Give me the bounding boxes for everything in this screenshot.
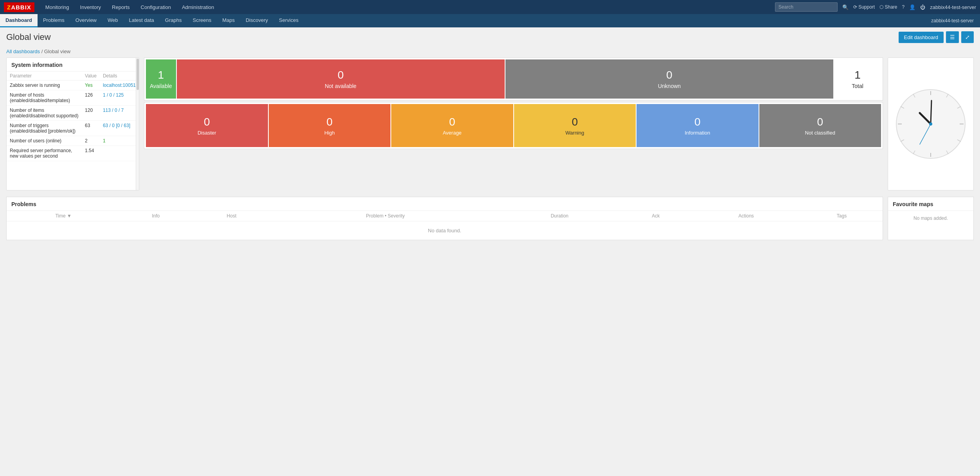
- breadcrumb-current: Global view: [44, 48, 70, 54]
- not-available-count: 0: [338, 69, 344, 81]
- high-count: 0: [326, 116, 333, 128]
- information-count: 0: [694, 116, 701, 128]
- not-available-cell[interactable]: 0 Not available: [177, 59, 505, 99]
- user-icon[interactable]: 👤: [909, 4, 915, 10]
- svg-point-16: [929, 122, 932, 126]
- header-actions: Edit dashboard ☰ ⤢: [899, 31, 974, 43]
- high-label: High: [324, 130, 335, 136]
- subnav-screens[interactable]: Screens: [187, 14, 217, 27]
- support-link[interactable]: ⟳ Support: [853, 4, 875, 10]
- subnav-overview[interactable]: Overview: [70, 14, 102, 27]
- table-row: Number of items (enabled/disabled/not su…: [7, 106, 139, 121]
- not-classified-label: Not classified: [805, 130, 835, 136]
- top-nav-right: 🔍 ⟳ Support ⬡ Share ? 👤 ⏻ zabbix44-test-…: [775, 2, 976, 12]
- information-cell[interactable]: 0 Information: [637, 104, 759, 147]
- severity-grid: 0 Disaster 0 High 0 Average 0 Warning 0: [146, 104, 881, 147]
- problems-title: Problems: [7, 197, 883, 211]
- col-value: Value: [82, 72, 100, 81]
- total-count: 1: [854, 69, 861, 81]
- average-label: Average: [443, 130, 462, 136]
- unknown-cell[interactable]: 0 Unknown: [505, 59, 833, 99]
- col-details: Details: [100, 72, 139, 81]
- average-cell[interactable]: 0 Average: [391, 104, 513, 147]
- problems-panel: Problems Time ▼ Info Host Problem • Seve…: [6, 197, 883, 240]
- server-name-sub: zabbix44-test-server: [931, 18, 980, 23]
- fullscreen-button[interactable]: ⤢: [961, 31, 974, 43]
- system-info-panel: System information Parameter Value Detai…: [6, 57, 139, 190]
- col-parameter: Parameter: [7, 72, 82, 81]
- table-row: Number of users (online) 2 1: [7, 136, 139, 146]
- subnav-problems[interactable]: Problems: [38, 14, 70, 27]
- help-link[interactable]: ?: [902, 4, 905, 10]
- information-label: Information: [685, 130, 710, 136]
- breadcrumb-all-dashboards[interactable]: All dashboards: [6, 48, 40, 54]
- warning-count: 0: [572, 116, 578, 128]
- subnav-graphs[interactable]: Graphs: [160, 14, 187, 27]
- col-problem-severity: Problem • Severity: [272, 211, 499, 221]
- unknown-count: 0: [666, 69, 673, 81]
- svg-line-14: [931, 101, 931, 124]
- breadcrumb: All dashboards / Global view: [0, 47, 980, 57]
- problems-table: Time ▼ Info Host Problem • Severity Dura…: [7, 211, 883, 240]
- available-cell[interactable]: 1 Available: [146, 59, 176, 99]
- favourite-maps-title: Favourite maps: [888, 197, 973, 211]
- available-count: 1: [158, 69, 164, 81]
- nav-inventory[interactable]: Inventory: [76, 2, 106, 13]
- search-input[interactable]: [775, 2, 838, 12]
- nav-monitoring[interactable]: Monitoring: [41, 2, 74, 13]
- subnav-discovery[interactable]: Discovery: [240, 14, 273, 27]
- subnav-maps[interactable]: Maps: [217, 14, 240, 27]
- no-data-row: No data found.: [7, 221, 883, 240]
- share-link[interactable]: ⬡ Share: [879, 4, 897, 10]
- col-time[interactable]: Time ▼: [7, 211, 120, 221]
- server-name: zabbix44-test-server: [930, 4, 976, 10]
- average-count: 0: [449, 116, 455, 128]
- favourite-maps-empty: No maps added.: [888, 211, 973, 226]
- top-navigation: ZABBIX Monitoring Inventory Reports Conf…: [0, 0, 980, 14]
- table-row: Number of triggers (enabled/disabled [pr…: [7, 121, 139, 136]
- col-duration: Duration: [499, 211, 620, 221]
- warning-label: Warning: [565, 130, 584, 136]
- subnav-web[interactable]: Web: [102, 14, 124, 27]
- disaster-cell[interactable]: 0 Disaster: [146, 104, 268, 147]
- nav-configuration[interactable]: Configuration: [136, 2, 176, 13]
- clock-face: [895, 89, 966, 159]
- not-available-label: Not available: [325, 83, 356, 89]
- total-cell: 1 Total: [834, 59, 881, 99]
- not-classified-cell[interactable]: 0 Not classified: [759, 104, 881, 147]
- clock-panel: [888, 57, 974, 190]
- top-nav-links: Monitoring Inventory Reports Configurati…: [41, 2, 775, 13]
- disaster-count: 0: [204, 116, 210, 128]
- bottom-row: Problems Time ▼ Info Host Problem • Seve…: [0, 197, 980, 246]
- subnav-dashboard[interactable]: Dashboard: [0, 14, 38, 27]
- col-actions: Actions: [691, 211, 801, 221]
- high-cell[interactable]: 0 High: [269, 104, 391, 147]
- page-title: Global view: [6, 32, 51, 42]
- total-label: Total: [852, 83, 863, 89]
- nav-administration[interactable]: Administration: [177, 2, 219, 13]
- zabbix-logo[interactable]: ZABBIX: [4, 2, 34, 12]
- not-classified-count: 0: [817, 116, 823, 128]
- sub-nav-links: Dashboard Problems Overview Web Latest d…: [0, 14, 304, 27]
- severity-panel: 0 Disaster 0 High 0 Average 0 Warning 0: [144, 102, 883, 149]
- col-ack: Ack: [620, 211, 691, 221]
- table-row: Number of hosts (enabled/disabled/templa…: [7, 90, 139, 106]
- search-icon[interactable]: 🔍: [842, 4, 849, 10]
- host-availability-grid: 1 Available 0 Not available 0 Unknown 1 …: [146, 59, 881, 99]
- col-tags: Tags: [801, 211, 883, 221]
- subnav-latest-data[interactable]: Latest data: [124, 14, 160, 27]
- page-header: Global view Edit dashboard ☰ ⤢: [0, 27, 980, 47]
- center-panel: 1 Available 0 Not available 0 Unknown 1 …: [144, 57, 883, 190]
- logout-icon[interactable]: ⏻: [920, 4, 925, 10]
- table-row: Zabbix server is running Yes localhost:1…: [7, 81, 139, 90]
- system-info-title: System information: [7, 58, 139, 72]
- dashboard-menu-button[interactable]: ☰: [946, 31, 959, 43]
- subnav-services[interactable]: Services: [273, 14, 304, 27]
- nav-reports[interactable]: Reports: [107, 2, 135, 13]
- disaster-label: Disaster: [198, 130, 216, 136]
- favourite-maps-panel: Favourite maps No maps added.: [888, 197, 974, 240]
- table-row: Required server performance, new values …: [7, 146, 139, 161]
- col-info: Info: [120, 211, 191, 221]
- warning-cell[interactable]: 0 Warning: [514, 104, 636, 147]
- edit-dashboard-button[interactable]: Edit dashboard: [899, 32, 944, 43]
